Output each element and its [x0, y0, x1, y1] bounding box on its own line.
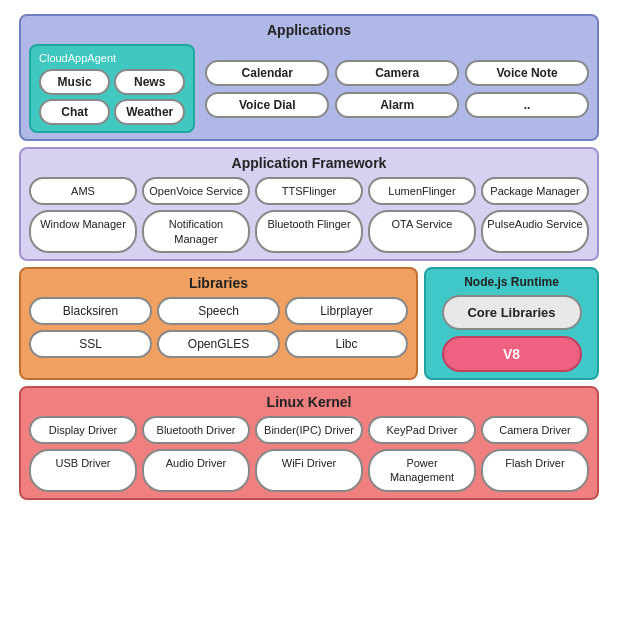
kernel-title: Linux Kernel — [29, 394, 589, 410]
fw-btn-bluetooth-flinger[interactable]: Bluetooth Flinger — [255, 210, 363, 253]
fw-btn-ams[interactable]: AMS — [29, 177, 137, 205]
fw-btn-pulseaudio-service[interactable]: PulseAudio Service — [481, 210, 589, 253]
lib-btn-blacksiren[interactable]: Blacksiren — [29, 297, 152, 325]
lib-btn-opengles[interactable]: OpenGLES — [157, 330, 280, 358]
lib-btn-libc[interactable]: Libc — [285, 330, 408, 358]
libs-grid: Blacksiren Speech Librplayer SSL OpenGLE… — [29, 297, 408, 358]
cloud-app-agent-title: CloudAppAgent — [39, 52, 185, 64]
fw-btn-notification-manager[interactable]: Notification Manager — [142, 210, 250, 253]
lib-btn-ssl[interactable]: SSL — [29, 330, 152, 358]
app-btn-news[interactable]: News — [114, 69, 185, 95]
fw-btn-package-manager[interactable]: Package Manager — [481, 177, 589, 205]
main-container: Applications CloudAppAgent Music News Ch… — [19, 14, 599, 604]
fw-btn-ttsflinger[interactable]: TTSFlinger — [255, 177, 363, 205]
app-btn-chat[interactable]: Chat — [39, 99, 110, 125]
kernel-btn-wifi-driver[interactable]: WiFi Driver — [255, 449, 363, 492]
libraries-section: Libraries Blacksiren Speech Librplayer S… — [19, 267, 418, 380]
other-apps: Calendar Camera Voice Note Voice Dial Al… — [205, 60, 589, 118]
kernel-btn-usb-driver[interactable]: USB Driver — [29, 449, 137, 492]
libraries-title: Libraries — [29, 275, 408, 291]
kernel-btn-keypad-driver[interactable]: KeyPad Driver — [368, 416, 476, 444]
kernel-btn-bluetooth-driver[interactable]: Bluetooth Driver — [142, 416, 250, 444]
kernel-btn-flash-driver[interactable]: Flash Driver — [481, 449, 589, 492]
app-btn-more[interactable]: .. — [465, 92, 589, 118]
fw-btn-lumenflinger[interactable]: LumenFlinger — [368, 177, 476, 205]
applications-title: Applications — [29, 22, 589, 38]
app-btn-voice-dial[interactable]: Voice Dial — [205, 92, 329, 118]
framework-grid: AMS OpenVoice Service TTSFlinger LumenFl… — [29, 177, 589, 253]
nodejs-section: Node.js Runtime Core Libraries V8 — [424, 267, 599, 380]
kernel-btn-audio-driver[interactable]: Audio Driver — [142, 449, 250, 492]
nodejs-title: Node.js Runtime — [464, 275, 559, 289]
framework-section: Application Framework AMS OpenVoice Serv… — [19, 147, 599, 261]
app-btn-alarm[interactable]: Alarm — [335, 92, 459, 118]
framework-title: Application Framework — [29, 155, 589, 171]
app-btn-music[interactable]: Music — [39, 69, 110, 95]
core-libraries-btn[interactable]: Core Libraries — [442, 295, 582, 330]
kernel-section: Linux Kernel Display Driver Bluetooth Dr… — [19, 386, 599, 500]
applications-inner: CloudAppAgent Music News Chat Weather Ca… — [29, 44, 589, 133]
kernel-btn-power-management[interactable]: Power Management — [368, 449, 476, 492]
app-btn-camera[interactable]: Camera — [335, 60, 459, 86]
kernel-btn-display-driver[interactable]: Display Driver — [29, 416, 137, 444]
kernel-grid: Display Driver Bluetooth Driver Binder(I… — [29, 416, 589, 492]
lib-btn-speech[interactable]: Speech — [157, 297, 280, 325]
app-btn-weather[interactable]: Weather — [114, 99, 185, 125]
cloud-app-grid: Music News Chat Weather — [39, 69, 185, 125]
app-btn-calendar[interactable]: Calendar — [205, 60, 329, 86]
applications-section: Applications CloudAppAgent Music News Ch… — [19, 14, 599, 141]
app-btn-voice-note[interactable]: Voice Note — [465, 60, 589, 86]
kernel-btn-binder-driver[interactable]: Binder(IPC) Driver — [255, 416, 363, 444]
lib-btn-librplayer[interactable]: Librplayer — [285, 297, 408, 325]
fw-btn-window-manager[interactable]: Window Manager — [29, 210, 137, 253]
fw-btn-ota-service[interactable]: OTA Service — [368, 210, 476, 253]
v8-btn[interactable]: V8 — [442, 336, 582, 372]
cloud-app-agent: CloudAppAgent Music News Chat Weather — [29, 44, 195, 133]
fw-btn-openvoice[interactable]: OpenVoice Service — [142, 177, 250, 205]
libs-node-row: Libraries Blacksiren Speech Librplayer S… — [19, 267, 599, 380]
kernel-btn-camera-driver[interactable]: Camera Driver — [481, 416, 589, 444]
